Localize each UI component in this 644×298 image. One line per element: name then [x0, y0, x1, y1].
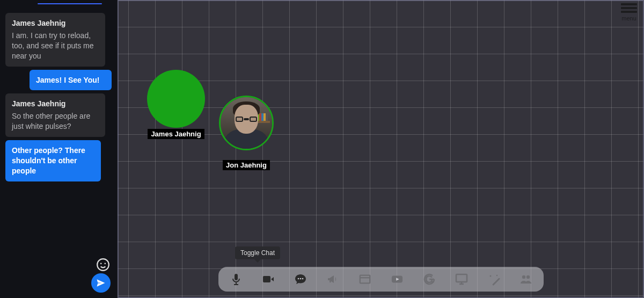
svg-point-0: [97, 259, 109, 271]
svg-point-8: [302, 278, 303, 280]
svg-point-19: [522, 275, 525, 279]
chat-icon: [294, 273, 308, 286]
chat-message-body: Other people? There shouldn't be other p…: [12, 146, 94, 176]
avatar-label: James Jaehnig: [148, 129, 204, 139]
svg-point-1: [100, 263, 102, 265]
window-button[interactable]: [357, 271, 373, 287]
chat-message-sender: James Jaehnig: [12, 99, 99, 109]
svg-point-6: [297, 278, 299, 280]
chat-top-spacer: [0, 0, 117, 2]
people-icon: [518, 273, 533, 286]
svg-rect-9: [360, 275, 369, 284]
svg-rect-12: [456, 274, 467, 282]
hamburger-icon: [621, 11, 637, 13]
chat-message-body: So the other people are just white pulse…: [12, 111, 99, 132]
svg-point-18: [496, 280, 497, 281]
canvas-grid: [118, 0, 644, 298]
spatial-canvas[interactable]: James Jaehnig Jon Jaehnig menu: [118, 0, 644, 298]
video-button[interactable]: [260, 271, 276, 287]
chat-message-body: James! I See You!: [36, 75, 105, 85]
svg-rect-5: [263, 276, 270, 282]
svg-point-17: [496, 275, 497, 276]
chat-button[interactable]: [292, 271, 309, 287]
window-icon: [358, 273, 372, 285]
avatar-webcam-image: [221, 97, 272, 149]
avatar-jon[interactable]: Jon Jaehnig: [219, 96, 274, 170]
microphone-button[interactable]: [228, 271, 244, 287]
monitor-icon: [454, 273, 469, 286]
send-button[interactable]: [91, 273, 111, 293]
svg-point-20: [526, 275, 529, 279]
svg-rect-15: [492, 278, 500, 286]
chat-message-sender: James Jaehnig: [12, 18, 99, 28]
svg-point-16: [489, 275, 491, 277]
avatar-circle: [219, 96, 274, 150]
avatar-circle: [147, 70, 205, 128]
magic-button[interactable]: [486, 271, 502, 287]
chat-composer: [0, 263, 117, 295]
tooltip-text: Toggle Chat: [240, 249, 275, 257]
screenshare-button[interactable]: [453, 271, 470, 287]
chat-message: James Jaehnig So the other people are ju…: [5, 93, 105, 137]
send-icon: [96, 278, 106, 288]
chat-message: Other people? There shouldn't be other p…: [5, 140, 101, 181]
app-root: James Jaehnig I am. I can try to reload,…: [0, 0, 644, 298]
chat-message: James Jaehnig I am. I can try to reload,…: [5, 13, 105, 67]
hamburger-icon: [621, 7, 637, 9]
magic-wand-icon: [487, 273, 500, 286]
svg-rect-3: [236, 282, 237, 284]
chat-message-body: I am. I can try to reload, too, and see …: [12, 31, 99, 61]
smile-icon: [96, 258, 110, 272]
svg-rect-4: [234, 284, 238, 285]
chat-messages: James Jaehnig I am. I can try to reload,…: [0, 10, 117, 298]
chat-message: James! I See You!: [30, 70, 112, 91]
microphone-icon: [230, 273, 243, 286]
youtube-button[interactable]: [389, 271, 405, 287]
megaphone-icon: [326, 273, 340, 286]
tooltip-toggle-chat: Toggle Chat: [235, 246, 280, 259]
chat-sidebar: James Jaehnig I am. I can try to reload,…: [0, 0, 118, 298]
chat-tab-indicator: [38, 3, 102, 4]
svg-point-2: [104, 263, 106, 265]
menu-button[interactable]: menu: [618, 3, 640, 21]
people-button[interactable]: [518, 271, 534, 287]
megaphone-button[interactable]: [325, 271, 341, 287]
avatar-james[interactable]: James Jaehnig: [147, 70, 205, 139]
video-icon: [261, 273, 275, 286]
avatar-label: Jon Jaehnig: [223, 160, 270, 170]
google-button[interactable]: G: [421, 271, 437, 287]
svg-point-7: [299, 278, 301, 280]
emoji-button[interactable]: [96, 257, 111, 272]
hamburger-icon: [621, 3, 637, 5]
bottom-toolbar: G: [218, 267, 544, 292]
youtube-icon: [389, 273, 405, 285]
menu-label: menu: [621, 15, 636, 21]
